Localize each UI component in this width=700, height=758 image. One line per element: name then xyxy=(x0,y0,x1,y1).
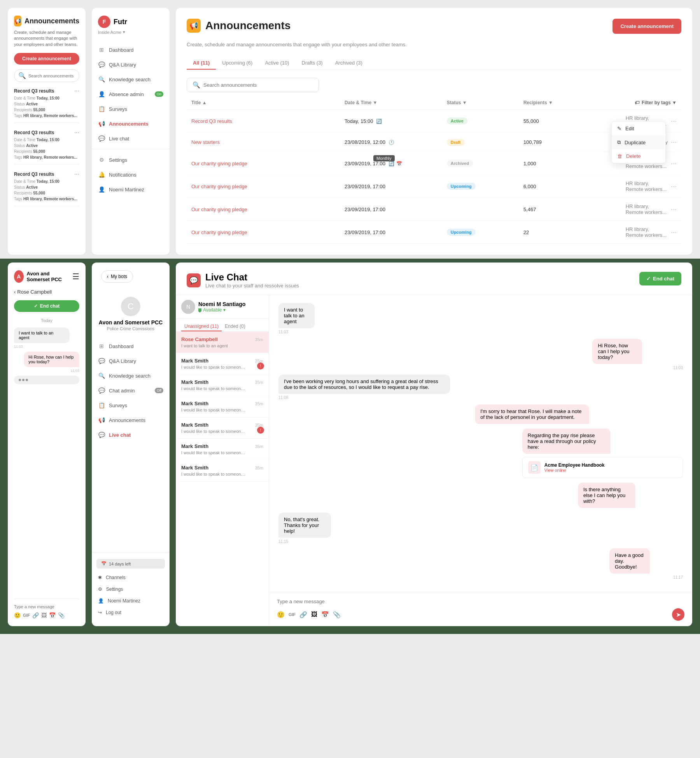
sidebar-item-absence-admin[interactable]: 👤 Absence admin On xyxy=(92,87,170,102)
chat-username: Rose Campbell xyxy=(181,336,218,342)
attachment-link[interactable]: View online xyxy=(544,468,605,473)
more-icon[interactable]: ··· xyxy=(74,129,79,136)
announcements-search-input[interactable] xyxy=(203,82,313,88)
chat-username: Mark Smith xyxy=(181,401,208,406)
end-chat-top-button[interactable]: ✓ End chat xyxy=(639,272,681,285)
link-icon[interactable]: 🔗 xyxy=(32,612,39,618)
calendar-icon[interactable]: 📅 xyxy=(321,611,329,618)
sidebar-item-settings[interactable]: ⚙ Settings xyxy=(92,152,170,167)
chat-toolbar: 🙂 GIF 🔗 🖼 📅 📎 xyxy=(14,612,79,618)
row-title[interactable]: Record Q3 results xyxy=(191,118,345,124)
chat-list-item[interactable]: Mark Smith 35m I would like to speak to … xyxy=(176,460,269,481)
livechat-sidebar-channels[interactable]: ✱ Channels xyxy=(92,572,170,583)
chat-list-item[interactable]: Mark Smith 35m I would like to speak to … xyxy=(176,353,269,375)
attachment-icon[interactable]: 📎 xyxy=(333,611,341,618)
row-actions: HR library, Remote workers... ··· xyxy=(626,180,677,192)
conversation-input-field[interactable] xyxy=(277,599,684,604)
create-announcement-button[interactable]: Create announcement xyxy=(612,19,681,34)
sidebar-item-surveys[interactable]: 📋 Surveys xyxy=(92,102,170,116)
sidebar-item-label: Live chat xyxy=(109,136,129,142)
image-icon[interactable]: 🖼 xyxy=(41,612,47,618)
tab-ended[interactable]: Ended (0) xyxy=(222,322,248,331)
livechat-sidebar-announcements[interactable]: 📢 Announcements xyxy=(92,413,170,427)
chat-list-item[interactable]: Mark Smith 35m I would like to speak to … xyxy=(176,396,269,417)
livechat-sidebar-logout[interactable]: ↪ Log out xyxy=(92,607,170,618)
back-button[interactable]: ‹ Rose Campbell xyxy=(14,289,52,295)
livechat-sidebar-surveys[interactable]: 📋 Surveys xyxy=(92,398,170,413)
sidebar-item-dashboard[interactable]: ⊞ Dashboard xyxy=(92,42,170,57)
link-icon[interactable]: 🔗 xyxy=(299,611,307,618)
col-title[interactable]: Title ▲ xyxy=(191,100,345,105)
livechat-sidebar-user[interactable]: 👤 Noemi Martinez xyxy=(92,595,170,607)
context-duplicate-button[interactable]: ⧉ Duplicate xyxy=(612,135,665,149)
chat-list-item[interactable]: Mark Smith 35m I would like to speak to … xyxy=(176,375,269,396)
context-edit-button[interactable]: ✎ Edit xyxy=(612,122,665,135)
today-label: Today xyxy=(14,318,79,323)
sidebar-search-input[interactable] xyxy=(28,74,75,78)
livechat-sidebar-dashboard[interactable]: ⊞ Dashboard xyxy=(92,339,170,354)
row-title[interactable]: Our charity giving pledge xyxy=(191,207,345,212)
more-icon[interactable]: ··· xyxy=(74,88,79,95)
gif-icon[interactable]: GIF xyxy=(289,612,296,617)
row-more-button[interactable]: ··· xyxy=(671,138,677,146)
sidebar-item-announcements[interactable]: 📢 Announcements xyxy=(92,116,170,131)
chat-input-field[interactable] xyxy=(14,604,79,609)
sidebar-item-live-chat[interactable]: 💬 Live chat xyxy=(92,131,170,146)
calendar-icon[interactable]: 📅 xyxy=(49,612,56,618)
agent-status[interactable]: ● Available ▾ xyxy=(198,307,245,313)
livechat-sidebar-qa[interactable]: 💬 Q&A Library xyxy=(92,354,170,368)
noemi-header: N Noemi M Santiago ● Available ▾ xyxy=(176,295,269,319)
my-bots-button[interactable]: ‹ My bots xyxy=(101,270,133,283)
status-badge: Draft xyxy=(447,139,465,146)
tab-active[interactable]: Active (10) xyxy=(259,57,295,70)
tab-unassigned[interactable]: Unassigned (11) xyxy=(181,322,222,331)
attachment-icon[interactable]: 📎 xyxy=(58,612,65,618)
send-button[interactable]: ➤ xyxy=(672,608,684,621)
tab-drafts[interactable]: Drafts (3) xyxy=(296,57,329,70)
sidebar-item-notifications[interactable]: 🔔 Notifications xyxy=(92,167,170,182)
sidebar-item-user-profile[interactable]: 👤 Noemi Martinez xyxy=(92,182,170,197)
livechat-sidebar-chat-admin[interactable]: 💬 Chat admin Off xyxy=(92,383,170,398)
chat-list-item[interactable]: Mark Smith 35m I would like to speak to … xyxy=(176,417,269,439)
card-recipients-value: 55,000 xyxy=(33,108,45,112)
row-title[interactable]: Our charity giving pledge xyxy=(191,184,345,189)
left-chat-sidebar: A Avon and Somerset PCC ☰ ‹ Rose Campbel… xyxy=(8,263,86,626)
row-actions: HR library, Remote workers... ··· ✎ Edit… xyxy=(626,115,677,127)
livechat-nav-sidebar: ‹ My bots C Avon and Somerset PCC Police… xyxy=(92,263,170,626)
sidebar-item-label: Knowledge search xyxy=(109,77,150,82)
tab-all[interactable]: All (11) xyxy=(187,57,216,70)
conversation-toolbar: 🙂 GIF 🔗 🖼 📅 📎 ➤ xyxy=(277,608,684,621)
col-status[interactable]: Status ▼ xyxy=(447,100,523,105)
image-icon[interactable]: 🖼 xyxy=(311,611,317,618)
chat-list-item[interactable]: Mark Smith 35m I would like to speak to … xyxy=(176,439,269,460)
col-recipients[interactable]: Recipients ▼ xyxy=(523,100,626,105)
row-more-button[interactable]: ··· xyxy=(671,228,677,236)
message-bubble: Have a good day. Goodbye! xyxy=(609,548,650,574)
row-more-button[interactable]: ··· xyxy=(671,182,677,191)
row-title[interactable]: Our charity giving pledge xyxy=(191,229,345,235)
row-title[interactable]: Our charity giving pledge xyxy=(191,161,345,166)
row-more-button[interactable]: ··· xyxy=(671,205,677,214)
emoji-icon[interactable]: 🙂 xyxy=(277,611,285,618)
livechat-sidebar-settings[interactable]: ⚙ Settings xyxy=(92,583,170,595)
end-chat-button[interactable]: ✓ End chat xyxy=(14,300,79,312)
filter-by-tags-button[interactable]: 🏷Filter by tags ▼ xyxy=(635,100,677,105)
livechat-sidebar-knowledge[interactable]: 🔍 Knowledge search xyxy=(92,368,170,383)
row-more-button[interactable]: ··· xyxy=(671,117,677,125)
sidebar-item-qa-library[interactable]: 💬 Q&A Library xyxy=(92,57,170,72)
sidebar-item-knowledge-search[interactable]: 🔍 Knowledge search xyxy=(92,72,170,87)
livechat-sidebar-live-chat[interactable]: 💬 Live chat xyxy=(92,427,170,442)
gif-icon[interactable]: GIF xyxy=(23,613,30,618)
more-icon[interactable]: ··· xyxy=(74,171,79,178)
chat-list-item[interactable]: Rose Campbell 35m I want to talk to an a… xyxy=(176,332,269,353)
context-delete-button[interactable]: 🗑 Delete xyxy=(612,149,665,163)
tab-upcoming[interactable]: Upcoming (6) xyxy=(216,57,259,70)
row-more-button[interactable]: ··· xyxy=(671,159,677,168)
hamburger-icon[interactable]: ☰ xyxy=(72,272,79,281)
knowledge-icon: 🔍 xyxy=(98,372,105,379)
sidebar-create-button[interactable]: Create announcement xyxy=(14,53,79,65)
emoji-icon[interactable]: 🙂 xyxy=(14,612,21,618)
col-date[interactable]: Date & Time ▼ xyxy=(345,100,447,105)
tab-archived[interactable]: Archived (3) xyxy=(329,57,369,70)
row-title[interactable]: New starters xyxy=(191,139,345,145)
